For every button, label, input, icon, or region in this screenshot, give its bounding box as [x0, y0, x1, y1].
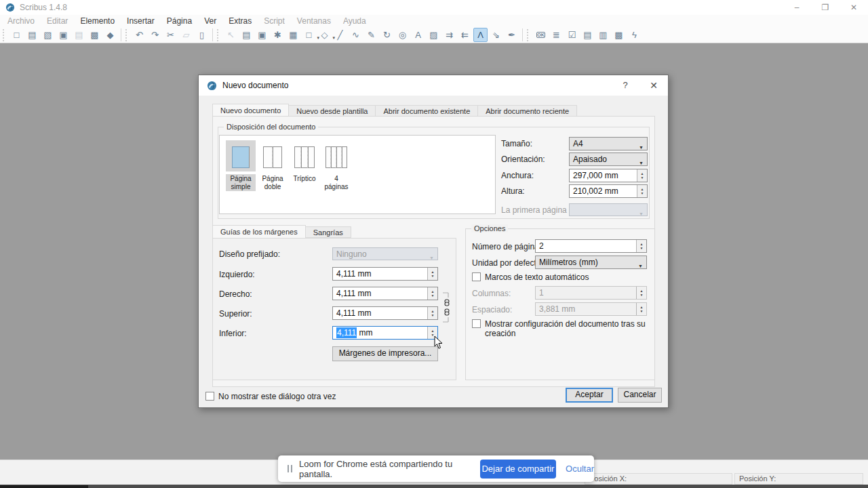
export-pdf-icon[interactable]: ◆ — [103, 28, 117, 42]
layout-triptico-icon — [290, 140, 319, 171]
stop-sharing-button[interactable]: Dejar de compartir — [480, 460, 556, 479]
tab-abrir-documento-existente[interactable]: Abrir documento existente — [376, 105, 478, 117]
layout-triptico-label: Tríptico — [290, 174, 319, 184]
insert-freehand-icon[interactable]: ✎ — [364, 28, 378, 42]
edit-text-icon[interactable]: ▨ — [427, 28, 441, 42]
spin-down-icon[interactable]: ▼ — [431, 313, 435, 317]
new-document-icon[interactable]: □ — [9, 28, 24, 42]
layout-pagina-doble[interactable]: Página doble — [258, 140, 288, 214]
eyedropper-icon[interactable]: ✒ — [505, 28, 519, 42]
pdf-checkbox-icon[interactable]: ☑ — [565, 28, 579, 42]
tab-nuevo-documento[interactable]: Nuevo documento — [212, 104, 289, 117]
margin-right-spinbox[interactable]: 4,111 mm ▲▼ — [332, 287, 438, 300]
open-document-icon[interactable]: ▤ — [25, 28, 39, 42]
menu-ver[interactable]: Ver — [198, 15, 222, 27]
show-settings-checkbox[interactable] — [472, 319, 481, 328]
menu-pagina[interactable]: Página — [161, 15, 198, 27]
insert-polygon-icon[interactable]: ◇▾ — [317, 28, 332, 42]
spin-down-icon[interactable]: ▼ — [640, 246, 644, 250]
pdf-text-field-icon[interactable]: ≣ — [549, 28, 564, 42]
height-spinbox[interactable]: 210,002 mm ▲▼ — [569, 184, 648, 198]
rotate-item-icon[interactable]: ↻ — [380, 28, 394, 42]
dialog-close-button[interactable]: ✕ — [644, 75, 664, 96]
spin-down-icon[interactable]: ▼ — [431, 293, 435, 298]
width-spinbox[interactable]: 297,000 mm ▲▼ — [569, 169, 648, 182]
spin-down-icon: ▼ — [640, 309, 644, 313]
spin-down-icon[interactable]: ▼ — [431, 274, 435, 278]
menu-elemento[interactable]: Elemento — [74, 15, 121, 27]
redo-icon[interactable]: ↷ — [148, 28, 162, 42]
num-pages-spinbox[interactable]: 2 ▲▼ — [535, 239, 647, 253]
copy-icon: ▱ — [179, 28, 193, 42]
insert-shape-icon[interactable]: □▾ — [302, 28, 316, 42]
toolbar-separator — [522, 28, 523, 41]
layout-options-list: Página simplePágina dobleTríptico4 págin… — [219, 135, 496, 214]
undo-icon[interactable]: ↶ — [132, 28, 146, 42]
accept-button[interactable]: Aceptar — [566, 388, 613, 403]
close-document-icon[interactable]: ▣ — [56, 28, 71, 42]
pdf-list-box-icon[interactable]: ▥ — [596, 28, 610, 42]
margin-left-spinbox[interactable]: 4,111 mm ▲▼ — [332, 267, 438, 281]
save-document-icon[interactable]: ▧ — [41, 28, 55, 42]
page-panel — [331, 146, 336, 168]
size-combo[interactable]: A4 ▼ — [569, 137, 648, 150]
insert-bezier-icon[interactable]: ∿ — [349, 28, 363, 42]
spinner-buttons[interactable]: ▲▼ — [427, 287, 437, 300]
spinner-buttons[interactable]: ▲▼ — [637, 169, 647, 182]
printer-margins-button[interactable]: Márgenes de impresora... — [332, 346, 438, 361]
toolbar-group-handle — [217, 29, 220, 41]
hide-notification-link[interactable]: Ocultar — [566, 464, 594, 474]
edit-contents-icon[interactable]: A — [411, 28, 425, 42]
insert-render-frame-icon[interactable]: ✱ — [271, 28, 285, 42]
copy-properties-icon[interactable]: ⇘ — [489, 28, 503, 42]
zoom-icon[interactable]: ◎ — [395, 28, 410, 42]
pdf-push-button-icon[interactable]: OK — [534, 28, 548, 42]
spinner-buttons[interactable]: ▲▼ — [427, 307, 437, 319]
restore-button[interactable]: ❐ — [811, 0, 840, 15]
tab-bleeds[interactable]: Sangrías — [306, 226, 351, 238]
dialog-tabs: Nuevo documentoNuevo desde plantillaAbri… — [212, 104, 577, 117]
menu-extras[interactable]: Extras — [222, 15, 258, 27]
margin-top-spinbox[interactable]: 4,111 mm ▲▼ — [332, 306, 438, 320]
layout-pagina-simple[interactable]: Página simple — [226, 140, 256, 214]
insert-image-frame-icon[interactable]: ▣ — [255, 28, 269, 42]
default-unit-combo[interactable]: Milímetros (mm) ▼ — [535, 256, 647, 269]
tab-nuevo-desde-plantilla[interactable]: Nuevo desde plantilla — [289, 105, 376, 117]
pdf-combo-box-icon[interactable]: ▤ — [580, 28, 595, 42]
insert-text-frame-icon[interactable]: ▤ — [239, 28, 254, 42]
spinner-buttons[interactable]: ▲▼ — [637, 185, 647, 197]
spin-down-icon[interactable]: ▼ — [641, 191, 644, 195]
orientation-combo[interactable]: Apaisado ▼ — [569, 152, 648, 166]
minimize-button[interactable]: – — [783, 0, 811, 15]
spinner-buttons[interactable]: ▲▼ — [636, 240, 646, 252]
dialog-help-button[interactable]: ? — [615, 75, 635, 96]
spinner-buttons[interactable]: ▲▼ — [427, 268, 437, 280]
pdf-link-annotation-icon[interactable]: ϟ — [627, 28, 642, 42]
layout-4-paginas[interactable]: 4 páginas — [321, 140, 351, 214]
print-icon: ▤ — [72, 28, 86, 42]
window-title: Scribus 1.4.8 — [20, 3, 67, 12]
layout-triptico[interactable]: Tríptico — [290, 140, 319, 214]
margin-bottom-spinbox[interactable]: 4,111 mm ▲▼ — [332, 326, 438, 340]
insert-line-icon[interactable]: ╱ — [333, 28, 347, 42]
paste-icon[interactable]: ▯ — [195, 28, 209, 42]
toolbar-separator — [212, 28, 213, 41]
cancel-button[interactable]: Cancelar — [618, 388, 662, 403]
preflight-verifier-icon[interactable]: ▩ — [87, 28, 102, 42]
spin-down-icon[interactable]: ▼ — [641, 176, 644, 180]
link-margins-icon[interactable] — [440, 291, 452, 325]
auto-text-frames-checkbox[interactable] — [472, 272, 481, 281]
tab-abrir-documento-reciente[interactable]: Abrir documento reciente — [478, 105, 577, 117]
insert-table-icon[interactable]: ▦ — [286, 28, 300, 42]
auto-text-frames-label: Marcos de texto automáticos — [485, 272, 589, 282]
close-button[interactable]: ✕ — [840, 0, 868, 15]
tab-margin-guides[interactable]: Guías de los márgenes — [212, 225, 306, 238]
unlink-text-frames-icon[interactable]: ⇇ — [458, 28, 472, 42]
menu-insertar[interactable]: Insertar — [121, 15, 161, 27]
dont-show-again-checkbox[interactable] — [205, 392, 214, 401]
cut-icon[interactable]: ✂ — [163, 28, 178, 42]
pdf-text-annotation-icon[interactable]: ▩ — [612, 28, 626, 42]
link-text-frames-icon[interactable]: ⇉ — [442, 28, 456, 42]
orientation-value: Apaisado — [573, 155, 607, 164]
measurements-icon[interactable]: Λ — [473, 28, 488, 42]
